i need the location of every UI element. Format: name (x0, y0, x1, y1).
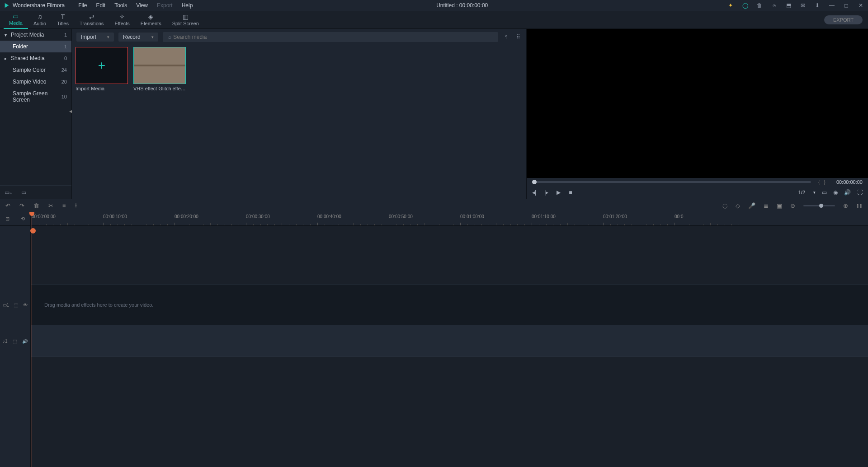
delete-folder-icon[interactable]: ▭ (20, 189, 27, 196)
save-icon[interactable]: ⬒ (785, 2, 792, 9)
adjust-icon[interactable]: ▣ (777, 202, 782, 209)
menu-view[interactable]: View (132, 2, 152, 9)
timeline-tracks[interactable]: 00:00:00:0000:00:10:0000:00:20:0000:00:3… (31, 212, 868, 467)
audio-track-1[interactable] (31, 325, 868, 357)
timeline-placeholder: Drag media and effects here to create yo… (44, 302, 153, 308)
search-box[interactable]: ⌕ (163, 32, 498, 42)
menu-edit[interactable]: Edit (92, 2, 110, 9)
zoom-in-icon[interactable]: ⊕ (843, 202, 848, 209)
lightbulb-icon[interactable]: ✦ (727, 2, 734, 9)
record-dropdown[interactable]: Record ▾ (118, 33, 158, 42)
fullscreen-icon[interactable]: ⛶ (857, 189, 863, 196)
headphones-icon[interactable]: ◯ (741, 2, 749, 9)
zoom-handle[interactable] (819, 204, 823, 208)
zoom-slider[interactable] (803, 205, 835, 206)
mark-out-icon[interactable]: } (824, 179, 826, 185)
marker-icon[interactable]: ◇ (736, 202, 740, 209)
prev-frame-icon[interactable]: ◂| (532, 189, 536, 196)
audio-track-header[interactable]: ♪1 ⬚ 🔊 (0, 325, 30, 357)
edit-icon[interactable]: ≡ (62, 202, 66, 209)
video-track-1[interactable]: Drag media and effects here to create yo… (31, 285, 868, 325)
stop-icon[interactable]: ■ (569, 189, 572, 196)
menu-export: Export (152, 2, 177, 9)
media-clip-tile[interactable]: VHS effect Glitch effect... (133, 47, 186, 91)
mixer-icon[interactable]: ≣ (764, 202, 769, 209)
menu-help[interactable]: Help (177, 2, 198, 9)
title-bar: Wondershare Filmora File Edit Tools View… (0, 0, 868, 11)
preview-quality-dropdown[interactable]: 1/2 ▾ (798, 190, 816, 195)
lock-icon[interactable]: ⬚ (14, 303, 18, 308)
tab-media-label: Media (9, 20, 23, 26)
plus-icon: + (98, 58, 105, 73)
sidebar-shared-media[interactable]: ▸ Shared Media 0 (0, 52, 71, 64)
sidebar-sample-green[interactable]: Sample Green Screen 10 (0, 88, 71, 106)
sidebar-count: 24 (61, 67, 67, 73)
visibility-icon[interactable]: 👁 (23, 303, 28, 308)
preview-screen[interactable] (527, 29, 868, 178)
split-icon: ▥ (183, 13, 189, 20)
sidebar-collapse-icon[interactable]: ◂ (69, 108, 72, 114)
trash-icon[interactable]: 🗑 (756, 2, 763, 9)
play-icon[interactable]: ▶ (557, 189, 561, 196)
zoom-out-icon[interactable]: ⊖ (790, 202, 795, 209)
timeline-ruler[interactable]: 00:00:00:0000:00:10:0000:00:20:0000:00:3… (31, 212, 868, 226)
close-icon[interactable]: ✕ (857, 2, 864, 9)
tab-audio[interactable]: ♫ Audio (28, 11, 52, 29)
sidebar-folder[interactable]: Folder 1 (0, 41, 71, 52)
sidebar-label: Folder (13, 43, 64, 50)
new-folder-icon[interactable]: ▭₊ (5, 189, 12, 196)
voiceover-icon[interactable]: 🎤 (748, 202, 755, 209)
tab-titles[interactable]: T Titles (52, 11, 74, 29)
preview-scrubber[interactable] (532, 181, 811, 183)
sidebar-count: 10 (61, 94, 67, 99)
import-dropdown[interactable]: Import ▾ (76, 33, 114, 42)
menu-file[interactable]: File (74, 2, 91, 9)
chevron-right-icon: ▸ (5, 56, 11, 61)
filter-icon[interactable]: ⫯ (503, 33, 510, 41)
timeline-toolbar: ↶ ↷ 🗑 ✂ ≡ ⫲ ◌ ◇ 🎤 ≣ ▣ ⊖ ⊕ ⫿⫿ (0, 199, 868, 212)
video-track-header[interactable]: ▭1 ⬚ 👁 (0, 285, 30, 325)
split-icon[interactable]: ✂ (48, 202, 53, 209)
sidebar-project-media[interactable]: ▾ Project Media 1 (0, 29, 71, 41)
zoom-fit-icon[interactable]: ⫿⫿ (856, 202, 863, 209)
tab-transitions[interactable]: ⇄ Transitions (74, 11, 109, 29)
tab-media[interactable]: ▭ Media (4, 11, 28, 29)
undo-icon[interactable]: ↶ (5, 202, 10, 209)
volume-icon[interactable]: 🔊 (844, 189, 851, 196)
playhead-marker[interactable] (30, 228, 36, 234)
link-icon[interactable]: ⟲ (21, 216, 25, 222)
preview-panel: { } 00:00:00:00 ◂| |▸ ▶ ■ 1/2 ▾ ▭ ◉ 🔊 ⛶ (526, 29, 868, 199)
tab-split-screen[interactable]: ▥ Split Screen (167, 11, 204, 29)
mute-icon[interactable]: 🔊 (22, 339, 28, 344)
mail-icon[interactable]: ✉ (799, 2, 807, 9)
tab-effects[interactable]: ✧ Effects (109, 11, 135, 29)
menu-tools[interactable]: Tools (110, 2, 132, 9)
mark-in-icon[interactable]: { (818, 179, 820, 185)
scrubber-handle[interactable] (532, 180, 537, 184)
display-icon[interactable]: ▭ (822, 189, 827, 196)
transition-icon: ⇄ (89, 13, 94, 20)
search-input[interactable] (173, 34, 495, 40)
match-frame-icon[interactable]: ⊡ (5, 216, 9, 222)
ruler-label: 00:01:20:00 (603, 214, 627, 219)
redo-icon[interactable]: ↷ (19, 202, 24, 209)
lock-icon[interactable]: ⬚ (13, 339, 17, 344)
audio-sync-icon[interactable]: ⫲ (75, 202, 77, 209)
download-icon[interactable]: ⬇ (814, 2, 821, 9)
ruler-label: 00:01:00:00 (460, 214, 484, 219)
minimize-icon[interactable]: — (828, 2, 835, 9)
import-label: Import (81, 34, 96, 40)
export-button[interactable]: EXPORT (824, 15, 863, 24)
snapshot-icon[interactable]: ◉ (833, 189, 838, 196)
delete-icon[interactable]: 🗑 (33, 202, 39, 209)
maximize-icon[interactable]: ◻ (843, 2, 850, 9)
tab-elements[interactable]: ◈ Elements (135, 11, 167, 29)
sidebar-sample-color[interactable]: Sample Color 24 (0, 64, 71, 76)
render-icon[interactable]: ◌ (722, 202, 727, 209)
grid-view-icon[interactable]: ⠿ (514, 33, 522, 41)
user-icon[interactable]: ⍟ (770, 2, 778, 9)
sidebar-sample-video[interactable]: Sample Video 20 (0, 76, 71, 88)
next-frame-icon[interactable]: |▸ (544, 189, 548, 196)
playhead[interactable] (32, 212, 32, 467)
import-media-tile[interactable]: + Import Media (75, 47, 128, 91)
